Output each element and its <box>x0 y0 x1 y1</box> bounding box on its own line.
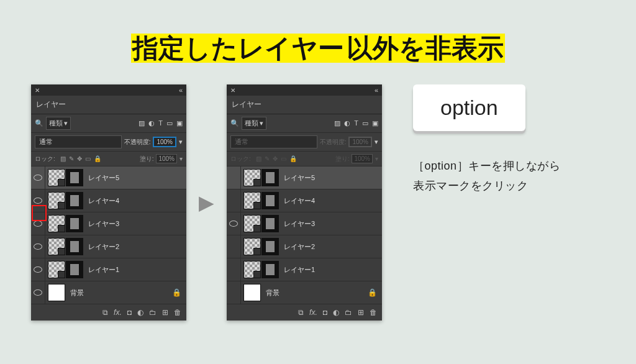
visibility-toggle-icon[interactable] <box>31 281 45 304</box>
visibility-toggle-icon[interactable] <box>31 189 45 212</box>
layer-row[interactable]: レイヤー1 <box>227 258 382 281</box>
visibility-toggle-icon[interactable] <box>31 166 45 189</box>
lock-position-icon[interactable]: ✥ <box>77 155 82 162</box>
filter-type-select[interactable]: 種類▾ <box>46 117 71 130</box>
link-icon[interactable]: ⧉ <box>102 308 108 317</box>
layer-row[interactable]: レイヤー3 <box>31 212 186 235</box>
layer-thumbnail[interactable] <box>243 261 261 278</box>
layer-row[interactable]: レイヤー5 <box>227 166 382 189</box>
layer-thumbnail[interactable] <box>243 192 261 209</box>
lock-pixels-icon[interactable]: ▨ <box>60 155 66 162</box>
layer-mask-thumbnail[interactable] <box>261 238 279 255</box>
layer-thumbnail[interactable] <box>48 169 65 186</box>
layer-row[interactable]: レイヤー1 <box>31 258 186 281</box>
layer-mask-thumbnail[interactable] <box>261 192 279 209</box>
layer-name[interactable]: レイヤー4 <box>88 196 119 206</box>
new-layer-icon[interactable]: ⊞ <box>162 308 168 317</box>
visibility-toggle-icon[interactable] <box>227 281 241 304</box>
filter-adjust-icon[interactable]: ◐ <box>344 119 350 127</box>
layer-row[interactable]: レイヤー5 <box>31 166 186 189</box>
mask-icon[interactable]: ◘ <box>127 308 132 317</box>
layer-name[interactable]: レイヤー3 <box>284 219 315 229</box>
layer-name[interactable]: レイヤー2 <box>284 242 315 252</box>
group-icon[interactable]: 🗀 <box>345 308 352 317</box>
lock-artboard-icon[interactable]: ▭ <box>85 155 91 162</box>
lock-all-icon[interactable]: 🔒 <box>94 155 101 162</box>
layer-name[interactable]: レイヤー1 <box>88 265 119 275</box>
mask-icon[interactable]: ◘ <box>323 308 327 317</box>
panel-tab-layers[interactable]: レイヤー <box>227 96 382 114</box>
layer-thumbnail[interactable] <box>48 215 65 232</box>
layer-mask-thumbnail[interactable] <box>66 238 83 255</box>
layer-mask-thumbnail[interactable] <box>261 215 279 232</box>
layer-mask-thumbnail[interactable] <box>261 169 279 186</box>
new-layer-icon[interactable]: ⊞ <box>358 308 364 317</box>
lock-brush-icon[interactable]: ✎ <box>69 155 74 162</box>
layer-thumbnail[interactable] <box>48 192 65 209</box>
layer-name[interactable]: 背景 <box>70 288 84 298</box>
link-icon[interactable]: ⧉ <box>298 308 304 317</box>
blend-mode-select[interactable]: 通常 <box>35 135 122 148</box>
filter-pixel-icon[interactable]: ▨ <box>334 119 340 127</box>
visibility-toggle-icon[interactable] <box>31 212 45 235</box>
opacity-input[interactable]: 100% <box>153 137 176 147</box>
visibility-toggle-icon[interactable] <box>227 258 241 281</box>
visibility-toggle-icon[interactable] <box>227 235 241 258</box>
layer-row[interactable]: レイヤー2 <box>227 235 382 258</box>
layer-name[interactable]: レイヤー3 <box>88 219 119 229</box>
filter-shape-icon[interactable]: ▭ <box>362 119 368 127</box>
collapse-icon[interactable]: « <box>179 86 183 94</box>
layer-thumbnail[interactable] <box>48 284 65 301</box>
layer-name[interactable]: レイヤー5 <box>88 173 119 183</box>
visibility-toggle-icon[interactable] <box>227 212 241 235</box>
lock-pixels-icon[interactable]: ▨ <box>256 155 261 162</box>
lock-brush-icon[interactable]: ✎ <box>265 155 270 162</box>
fx-icon[interactable]: fx. <box>114 308 122 317</box>
layer-row[interactable]: レイヤー4 <box>31 189 186 212</box>
filter-type-icon[interactable]: T <box>158 119 163 127</box>
layer-mask-thumbnail[interactable] <box>66 215 83 232</box>
filter-adjust-icon[interactable]: ◐ <box>148 119 155 127</box>
panel-tab-layers[interactable]: レイヤー <box>31 96 186 114</box>
layer-mask-thumbnail[interactable] <box>66 261 83 278</box>
layer-row[interactable]: レイヤー3 <box>227 212 382 235</box>
filter-shape-icon[interactable]: ▭ <box>166 119 173 127</box>
trash-icon[interactable]: 🗑 <box>174 308 181 317</box>
layer-thumbnail[interactable] <box>48 261 65 278</box>
visibility-toggle-icon[interactable] <box>31 235 45 258</box>
group-icon[interactable]: 🗀 <box>149 308 157 317</box>
layer-row[interactable]: レイヤー2 <box>31 235 186 258</box>
lock-artboard-icon[interactable]: ▭ <box>281 155 286 162</box>
layer-row[interactable]: 背景🔒 <box>31 281 186 304</box>
layer-mask-thumbnail[interactable] <box>66 169 83 186</box>
close-icon[interactable]: ✕ <box>35 87 40 94</box>
visibility-toggle-icon[interactable] <box>31 258 45 281</box>
lock-all-icon[interactable]: 🔒 <box>289 155 297 162</box>
layer-name[interactable]: レイヤー5 <box>284 173 315 183</box>
layer-thumbnail[interactable] <box>243 215 261 232</box>
adjustment-layer-icon[interactable]: ◐ <box>333 308 339 317</box>
adjustment-layer-icon[interactable]: ◐ <box>137 308 143 317</box>
layer-thumbnail[interactable] <box>243 238 261 255</box>
collapse-icon[interactable]: « <box>375 86 378 94</box>
fill-value[interactable]: 100% <box>352 154 373 163</box>
lock-position-icon[interactable]: ✥ <box>273 155 278 162</box>
layer-thumbnail[interactable] <box>243 169 261 186</box>
visibility-toggle-icon[interactable] <box>227 166 241 189</box>
fill-value[interactable]: 100% <box>156 154 177 163</box>
layer-name[interactable]: レイヤー4 <box>284 196 315 206</box>
layer-mask-thumbnail[interactable] <box>261 261 279 278</box>
filter-pixel-icon[interactable]: ▨ <box>139 119 145 127</box>
layer-row[interactable]: 背景🔒 <box>227 281 382 304</box>
layer-name[interactable]: 背景 <box>266 288 279 298</box>
fx-icon[interactable]: fx. <box>309 308 317 317</box>
filter-type-select[interactable]: 種類▾ <box>242 117 266 130</box>
layer-thumbnail[interactable] <box>243 284 261 301</box>
layer-name[interactable]: レイヤー2 <box>88 242 119 252</box>
trash-icon[interactable]: 🗑 <box>370 308 377 317</box>
visibility-toggle-icon[interactable] <box>227 189 241 212</box>
filter-type-icon[interactable]: T <box>354 119 358 127</box>
layer-name[interactable]: レイヤー1 <box>284 265 315 275</box>
layer-mask-thumbnail[interactable] <box>66 192 83 209</box>
filter-smart-icon[interactable]: ▣ <box>372 119 378 127</box>
